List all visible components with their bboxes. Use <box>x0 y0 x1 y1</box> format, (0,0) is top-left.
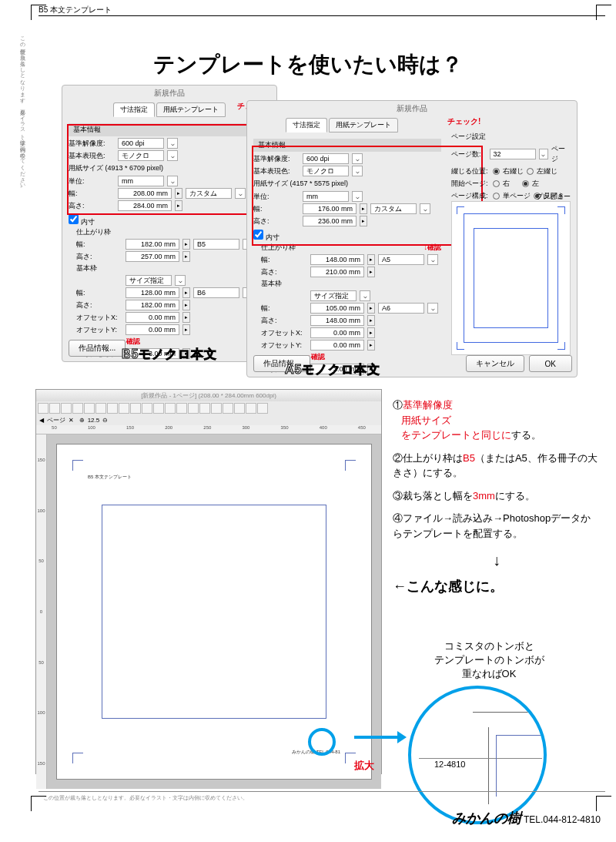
tool-icon[interactable] <box>119 403 129 414</box>
tool-icon[interactable] <box>107 403 118 414</box>
tool-icon[interactable] <box>246 403 256 414</box>
step-icon[interactable]: ▸ <box>367 315 375 326</box>
bh-field[interactable]: 182.00 mm <box>126 300 179 310</box>
step-icon[interactable]: ▸ <box>182 239 190 250</box>
ruler-vertical: 15010050050100150 <box>36 434 47 789</box>
page-title: テンプレートを使いたい時は？ <box>0 50 616 79</box>
dialog-a5: 新規作品 寸法指定 用紙テンプレート チェック! ページ設定 ページ数:32⌵ペ… <box>246 100 578 377</box>
ok-button[interactable]: OK <box>529 355 572 372</box>
bsize-field[interactable]: B6 <box>193 287 239 298</box>
step-icon[interactable]: ▸ <box>182 300 190 310</box>
tool-icon[interactable] <box>223 403 233 414</box>
crop-mark-icon <box>345 460 356 471</box>
tool-icon[interactable] <box>188 403 199 414</box>
oy-label: オフセットY: <box>261 340 307 351</box>
page-tab[interactable]: ページ <box>47 416 65 424</box>
step-icon[interactable]: ▸ <box>182 324 190 335</box>
tool-icon[interactable] <box>211 403 222 414</box>
bsize-field[interactable]: A6 <box>378 303 424 314</box>
fh-field[interactable]: 257.00 mm <box>126 251 179 262</box>
step-icon[interactable]: ▸ <box>367 340 375 351</box>
step-icon[interactable]: ▸ <box>182 251 190 262</box>
size-spec-field[interactable]: サイズ指定 <box>126 275 172 286</box>
tool-icon[interactable] <box>199 403 210 414</box>
size-spec-field[interactable]: サイズ指定 <box>310 290 357 301</box>
tool-icon[interactable] <box>176 403 187 414</box>
ox-field[interactable]: 0.00 mm <box>126 312 179 323</box>
dropdown-icon[interactable]: ⌵ <box>175 275 186 286</box>
zoom-text: 12-4810 <box>434 760 465 769</box>
tool-icon[interactable] <box>130 403 141 414</box>
bw-field[interactable]: 105.00 mm <box>310 303 364 314</box>
info-button[interactable]: 作品情報... <box>69 340 126 357</box>
tab-template[interactable]: 用紙テンプレート <box>329 118 398 133</box>
bh-label: 高さ: <box>261 316 307 326</box>
fh-label: 高さ: <box>76 252 122 262</box>
footer-logo: みかんの樹 TEL.044-812-4810 <box>452 809 601 827</box>
dialog-title: 新規作品 <box>247 101 577 116</box>
pages-field[interactable]: 32 <box>490 149 536 159</box>
tool-icon[interactable] <box>38 403 49 414</box>
oy-field[interactable]: 0.00 mm <box>126 324 179 335</box>
step-icon[interactable]: ▸ <box>367 303 375 314</box>
bw-label: 幅: <box>76 288 122 298</box>
editor-toolbar <box>36 401 381 415</box>
dropdown-icon[interactable]: ⌵ <box>427 254 438 265</box>
tool-icon[interactable] <box>61 403 72 414</box>
tab-template[interactable]: 用紙テンプレート <box>156 102 226 117</box>
tab-size[interactable]: 寸法指定 <box>286 118 327 133</box>
tool-icon[interactable] <box>84 403 95 414</box>
step-icon[interactable]: ▸ <box>182 312 190 323</box>
zoom-value[interactable]: 12.5 <box>88 417 100 424</box>
tool-icon[interactable] <box>257 403 268 414</box>
dropdown-icon[interactable]: ⌵ <box>539 149 549 159</box>
bw-field[interactable]: 128.00 mm <box>126 287 179 298</box>
result-text: ←こんな感じに。 <box>393 576 601 597</box>
radio-right[interactable] <box>493 180 500 187</box>
fsize-field[interactable]: B5 <box>193 239 239 250</box>
highlight-box <box>252 146 483 246</box>
bh-field[interactable]: 148.00 mm <box>310 315 364 326</box>
ox-label: オフセットX: <box>76 313 122 323</box>
confirm-label: ↓確認 <box>307 352 441 362</box>
fw-label: 幅: <box>261 255 307 265</box>
oy-field[interactable]: 0.00 mm <box>310 340 364 351</box>
dropdown-icon[interactable]: ⌵ <box>427 303 438 314</box>
header-rule <box>38 15 605 16</box>
tab-size[interactable]: 寸法指定 <box>113 102 155 117</box>
dropdown-icon[interactable]: ⌵ <box>360 290 370 301</box>
radio-left[interactable] <box>522 180 529 187</box>
dialog-b5: 新規作品 寸法指定 用紙テンプレート チェック! 基本情報 基準解像度:600 … <box>62 85 277 362</box>
radio-left[interactable] <box>527 168 534 175</box>
inner-checkbox[interactable] <box>69 214 79 224</box>
tool-icon[interactable] <box>153 403 164 414</box>
down-arrow-icon: ↓ <box>393 548 601 572</box>
fw-field[interactable]: 148.00 mm <box>310 254 364 265</box>
ps-title: ページ設定 <box>451 132 571 142</box>
radio-right[interactable] <box>493 168 500 175</box>
preview-frame <box>464 213 558 343</box>
cancel-button[interactable]: キャンセル <box>466 355 524 372</box>
tool-icon[interactable] <box>49 403 60 414</box>
step-icon[interactable]: ▸ <box>367 267 375 277</box>
fsize-field[interactable]: A5 <box>378 254 424 265</box>
tool-icon[interactable] <box>95 403 106 414</box>
fh-field[interactable]: 210.00 mm <box>310 267 364 277</box>
fw-field[interactable]: 182.00 mm <box>126 239 179 250</box>
footer-rule <box>38 791 605 792</box>
a5-label: A5モノクロ本文 <box>285 362 380 378</box>
tool-icon[interactable] <box>72 403 83 414</box>
radio-single[interactable] <box>493 193 500 200</box>
tool-icon[interactable] <box>142 403 152 414</box>
instructions: ①基準解像度 用紙サイズ をテンプレートと同じにする。 ②仕上がり枠はB5（また… <box>393 398 601 597</box>
step-icon[interactable]: ▸ <box>367 327 375 338</box>
step-icon[interactable]: ▸ <box>367 254 375 265</box>
editor-tabs: ◀ ページ ✕ ⊕ 12.5 ⊖ <box>36 415 381 425</box>
tool-icon[interactable] <box>165 403 176 414</box>
step-icon[interactable]: ▸ <box>182 287 190 298</box>
arrow-right-icon <box>354 736 400 739</box>
zoom-source-circle <box>308 728 336 756</box>
tool-icon[interactable] <box>234 403 245 414</box>
basic-frame-label: 基本枠 <box>261 279 441 289</box>
ox-field[interactable]: 0.00 mm <box>310 327 364 338</box>
